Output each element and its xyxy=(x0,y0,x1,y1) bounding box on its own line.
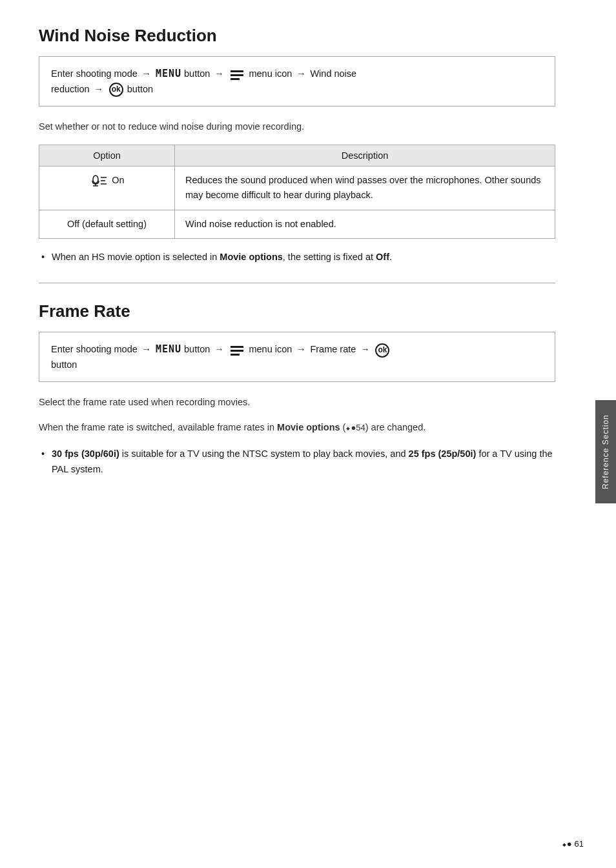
frame-rate-description2: When the frame rate is switched, availab… xyxy=(39,420,555,435)
option-on-description: Reduces the sound produced when wind pas… xyxy=(175,167,555,210)
fr-desc2-ref: ⬥●54 xyxy=(345,423,365,432)
wind-mic-icon xyxy=(89,174,107,188)
wind-noise-title: Wind Noise Reduction xyxy=(39,26,555,46)
fr-movie-options-bold: Movie options xyxy=(277,422,340,432)
instruction-button-1: button xyxy=(184,68,210,79)
frame-rate-description1: Select the frame rate used when recordin… xyxy=(39,395,555,410)
menu-icon-1 xyxy=(230,67,244,82)
off-bold: Off xyxy=(376,252,389,262)
fr-desc2-prefix: When the frame rate is switched, availab… xyxy=(39,422,277,432)
table-row: Off (default setting) Wind noise reducti… xyxy=(39,210,555,238)
fr-button-2: button xyxy=(51,359,77,370)
arrow-2: → xyxy=(214,68,223,79)
fps-25-bold: 25 fps (25p/50i) xyxy=(409,449,477,459)
arrow-3: → xyxy=(296,68,305,79)
option-off-description: Wind noise reduction is not enabled. xyxy=(175,210,555,238)
fr-menu-icon xyxy=(230,343,244,358)
instruction-prefix: Enter shooting mode xyxy=(51,68,138,79)
page-number-area: ⬥● 61 xyxy=(562,839,584,849)
svg-rect-0 xyxy=(231,70,243,72)
fps-30-bold: 30 fps (30p/60i) xyxy=(52,449,119,459)
fr-button-1: button xyxy=(184,344,210,354)
option-on-cell: On xyxy=(39,167,175,210)
wind-noise-bullet-item: When an HS movie option is selected in M… xyxy=(39,249,555,265)
option-on-label: On xyxy=(112,175,124,185)
instruction-button-2: button xyxy=(127,84,153,94)
frame-rate-bullet-item: 30 fps (30p/60i) is suitable for a TV us… xyxy=(39,446,555,478)
svg-rect-11 xyxy=(231,354,240,356)
fr-arrow-2: → xyxy=(214,344,223,354)
main-content: Wind Noise Reduction Enter shooting mode… xyxy=(0,0,594,529)
frame-rate-title: Frame Rate xyxy=(39,301,555,321)
svg-rect-9 xyxy=(231,346,243,348)
page-number: 61 xyxy=(575,839,584,849)
svg-rect-10 xyxy=(231,350,243,352)
wind-noise-bullets: When an HS movie option is selected in M… xyxy=(39,249,555,265)
fr-menu-label: MENU xyxy=(156,343,181,355)
arrow-1: → xyxy=(142,68,151,79)
fr-frame-rate-text: Frame rate xyxy=(310,344,356,354)
frame-rate-bullets: 30 fps (30p/60i) is suitable for a TV us… xyxy=(39,446,555,478)
svg-rect-2 xyxy=(231,78,240,80)
instruction-reduction: reduction xyxy=(51,84,90,94)
table-header-option: Option xyxy=(39,145,175,167)
wind-noise-description: Set whether or not to reduce wind noise … xyxy=(39,119,555,134)
instruction-menu-icon-text-1: menu icon xyxy=(249,68,292,79)
svg-point-3 xyxy=(93,176,98,183)
fr-arrow-1: → xyxy=(142,344,151,354)
arrow-4: → xyxy=(94,84,103,94)
fr-arrow-4: → xyxy=(360,344,369,354)
table-header-description: Description xyxy=(175,145,555,167)
fr-arrow-3: → xyxy=(296,344,305,354)
movie-options-bold-1: Movie options xyxy=(220,252,282,262)
fr-desc2-suffix: ) are changed. xyxy=(365,422,426,432)
ok-button-icon-2: ok xyxy=(375,343,389,358)
section-divider xyxy=(39,283,555,283)
frame-rate-instruction-box: Enter shooting mode → MENU button → menu… xyxy=(39,332,555,382)
instruction-wind-noise: Wind noise xyxy=(310,68,356,79)
wind-noise-instruction-box: Enter shooting mode → MENU button → menu… xyxy=(39,56,555,106)
wind-noise-table: Option Description xyxy=(39,145,555,239)
fr-instruction-prefix: Enter shooting mode xyxy=(51,344,138,354)
svg-rect-1 xyxy=(231,74,243,76)
fr-menu-icon-text: menu icon xyxy=(249,344,292,354)
side-tab: Reference Section xyxy=(595,400,616,503)
table-row: On Reduces the sound produced when wind … xyxy=(39,167,555,210)
page-icon: ⬥● xyxy=(562,839,572,849)
ok-button-icon-1: ok xyxy=(109,83,123,97)
option-off-cell: Off (default setting) xyxy=(39,210,175,238)
menu-label-1: MENU xyxy=(156,68,181,79)
